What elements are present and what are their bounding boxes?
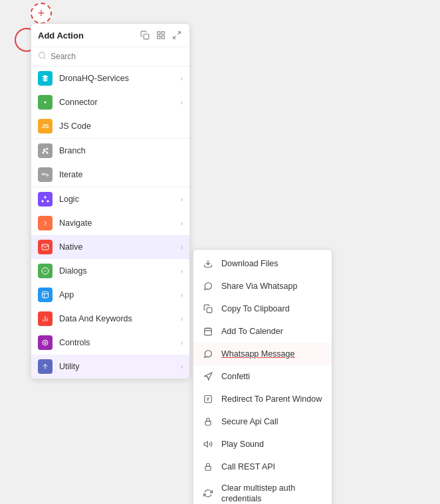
- utility-label: Utility: [59, 362, 174, 371]
- menu-item-logic[interactable]: Logic ›: [31, 187, 189, 211]
- menu-item-js-code[interactable]: JS JS Code: [31, 114, 189, 138]
- download-files-label: Download Files: [221, 258, 324, 269]
- dialogs-label: Dialogs: [59, 266, 174, 276]
- menu-item-navigate[interactable]: Navigate ›: [31, 211, 189, 235]
- svg-point-8: [47, 148, 49, 150]
- whatsapp-msg-icon: [201, 347, 215, 361]
- share-whatsapp-label: Share Via Whatsapp: [221, 281, 324, 292]
- sub-item-share-whatsapp[interactable]: Share Via Whatsapp: [193, 275, 332, 297]
- native-icon: [38, 240, 53, 254]
- controls-label: Controls: [59, 338, 174, 347]
- connector-icon: [38, 95, 53, 110]
- svg-rect-19: [205, 421, 211, 425]
- sub-item-add-calender[interactable]: Add To Calender: [193, 320, 332, 343]
- svg-rect-13: [43, 292, 49, 298]
- app-label: App: [59, 290, 174, 299]
- search-icon: [38, 51, 47, 62]
- controls-chevron: ›: [181, 339, 183, 347]
- menu-item-controls[interactable]: Controls ›: [31, 331, 189, 355]
- redirect-parent-label: Redirect To Parent Window: [221, 394, 324, 404]
- menu-item-branch[interactable]: Branch: [31, 139, 189, 163]
- svg-point-5: [39, 52, 45, 58]
- confetti-icon: [201, 370, 215, 383]
- menu-item-connector[interactable]: Connector ›: [31, 90, 189, 114]
- panel-header: Add Action: [31, 24, 189, 47]
- menu-item-utility[interactable]: Utility ›: [31, 355, 189, 378]
- clear-multistep-label: Clear multistep auth credentials: [221, 483, 324, 504]
- sub-item-redirect-parent[interactable]: Redirect To Parent Window: [193, 388, 332, 410]
- svg-point-9: [47, 152, 49, 154]
- svg-rect-0: [144, 34, 149, 39]
- app-chevron: ›: [181, 292, 183, 299]
- dronahq-label: DronaHQ-Services: [59, 74, 174, 83]
- menu-item-dialogs[interactable]: Dialogs ›: [31, 259, 189, 283]
- svg-rect-16: [207, 307, 212, 313]
- navigate-label: Navigate: [59, 218, 174, 228]
- menu-item-iterate[interactable]: Iterate: [31, 163, 189, 187]
- svg-rect-21: [205, 466, 211, 470]
- call-rest-icon: [201, 460, 215, 473]
- jscode-label: JS Code: [59, 122, 183, 131]
- sub-item-whatsapp-message[interactable]: Whatsapp Message: [193, 343, 332, 365]
- plus-icon: +: [38, 7, 45, 21]
- search-input[interactable]: [51, 52, 183, 61]
- svg-rect-10: [43, 173, 45, 175]
- search-box: [31, 47, 189, 66]
- svg-rect-4: [162, 36, 164, 39]
- logic-chevron: ›: [181, 196, 183, 203]
- app-icon: [38, 288, 53, 302]
- native-label: Native: [59, 242, 174, 252]
- sub-item-secure-api[interactable]: Secure Api Call: [193, 410, 332, 433]
- utility-chevron: ›: [181, 363, 183, 371]
- grid-header-icon[interactable]: [155, 29, 167, 41]
- play-sound-label: Play Sound: [221, 439, 324, 450]
- menu-item-app[interactable]: App ›: [31, 283, 189, 307]
- navigate-chevron: ›: [181, 220, 183, 227]
- svg-point-14: [45, 342, 47, 344]
- data-keywords-label: Data And Keywords: [59, 314, 174, 323]
- sub-item-download-files[interactable]: Download Files: [193, 252, 332, 275]
- dialogs-chevron: ›: [181, 268, 183, 275]
- branch-label: Branch: [59, 146, 183, 155]
- submenu-panel: Download Files Share Via Whatsapp Copy T…: [193, 249, 332, 504]
- download-icon: [201, 257, 215, 270]
- sub-item-play-sound[interactable]: Play Sound: [193, 433, 332, 456]
- connector-label: Connector: [59, 98, 174, 107]
- expand-header-icon[interactable]: [171, 29, 183, 41]
- add-action-button[interactable]: +: [31, 3, 52, 24]
- secure-api-icon: [201, 415, 215, 428]
- data-keywords-chevron: ›: [181, 315, 183, 323]
- logic-icon: [38, 192, 53, 207]
- menu-item-data-keywords[interactable]: Data And Keywords ›: [31, 307, 189, 331]
- sub-item-call-rest-api[interactable]: Call REST API: [193, 456, 332, 478]
- redirect-icon: [201, 392, 215, 406]
- menu-item-native[interactable]: Native ›: [31, 235, 189, 259]
- panel-title: Add Action: [38, 31, 84, 41]
- dronahq-chevron: ›: [181, 75, 183, 82]
- native-chevron: ›: [181, 244, 183, 251]
- controls-icon: [38, 335, 53, 350]
- sub-item-clear-multistep[interactable]: Clear multistep auth credentials: [193, 478, 332, 504]
- iterate-label: Iterate: [59, 170, 183, 179]
- copy-clipboard-label: Copy To Clipboard: [221, 303, 324, 314]
- svg-rect-3: [158, 36, 160, 39]
- logic-label: Logic: [59, 195, 174, 204]
- navigate-icon: [38, 216, 53, 230]
- play-sound-icon: [201, 438, 215, 451]
- calender-icon: [201, 325, 215, 338]
- utility-icon: [38, 359, 53, 374]
- copy-header-icon[interactable]: [139, 29, 151, 41]
- menu-item-dronahq-services[interactable]: DronaHQ-Services ›: [31, 66, 189, 90]
- panel-header-icons: [139, 29, 183, 41]
- sub-item-copy-clipboard[interactable]: Copy To Clipboard: [193, 297, 332, 320]
- call-rest-label: Call REST API: [221, 462, 324, 472]
- svg-point-15: [43, 340, 48, 345]
- clear-multistep-icon: [201, 487, 215, 500]
- svg-marker-20: [204, 442, 207, 447]
- sub-item-confetti[interactable]: Confetti: [193, 365, 332, 388]
- svg-rect-2: [162, 32, 164, 35]
- dialogs-icon: [38, 264, 53, 278]
- data-keywords-icon: [38, 311, 53, 326]
- svg-rect-1: [158, 32, 160, 35]
- svg-rect-17: [205, 328, 212, 335]
